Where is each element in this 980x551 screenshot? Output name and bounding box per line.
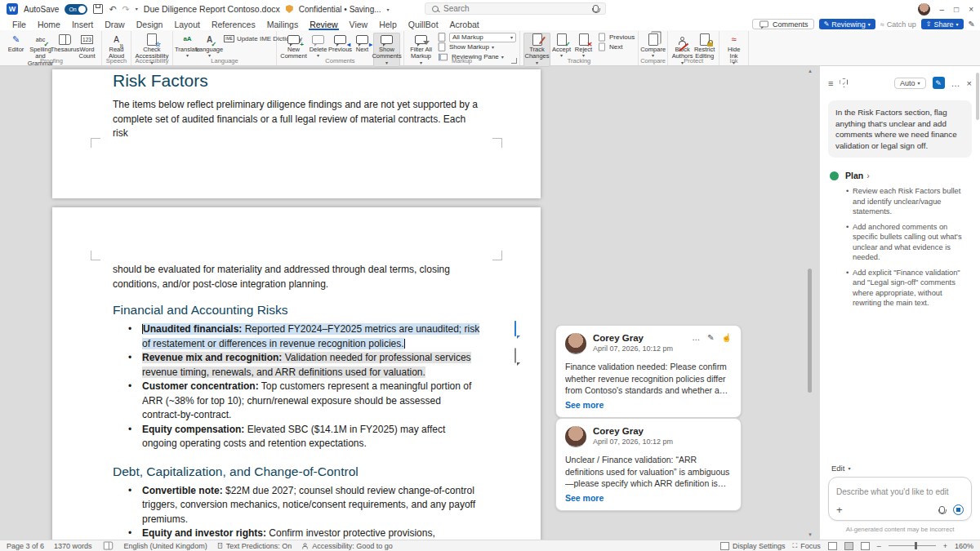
- delete-comment-button[interactable]: Delete▾: [307, 33, 329, 60]
- zoom-slider[interactable]: [889, 545, 936, 546]
- reject-button[interactable]: ✕Reject▾: [572, 33, 595, 60]
- see-more-link[interactable]: See more: [565, 400, 732, 410]
- group-accessibility: ☆Check Accessibility▾ Accessibility: [131, 31, 173, 65]
- display-settings-button[interactable]: Display Settings: [720, 542, 786, 550]
- view-print-layout-button[interactable]: [844, 542, 853, 550]
- zoom-in-button[interactable]: +: [943, 542, 947, 550]
- language-button[interactable]: A✓Language▾: [198, 33, 220, 60]
- copilot-input-box[interactable]: +: [828, 477, 972, 521]
- maximize-button[interactable]: □: [954, 5, 959, 14]
- undo-icon[interactable]: ↶: [109, 5, 116, 14]
- next-change-button[interactable]: Next: [597, 42, 635, 51]
- share-button[interactable]: ⇧Share▾: [921, 19, 964, 29]
- proofing-status-icon[interactable]: [103, 542, 112, 550]
- view-web-layout-button[interactable]: [861, 542, 870, 550]
- reviewing-button[interactable]: ✎Reviewing▾: [819, 19, 875, 29]
- document-page-1[interactable]: Risk Factors The items below reflect pre…: [52, 69, 541, 198]
- word-count-indicator[interactable]: 1370 words: [54, 542, 92, 550]
- previous-comment-button[interactable]: ◂Previous: [329, 33, 351, 54]
- document-title[interactable]: Due Diligence Report Contoso.docx: [144, 4, 280, 14]
- copilot-close-icon[interactable]: ×: [967, 78, 972, 88]
- tab-review[interactable]: Review: [304, 18, 343, 30]
- more-options-icon[interactable]: …: [692, 333, 700, 342]
- bullet-customer-concentration: Customer concentration: Top customers re…: [113, 380, 480, 423]
- zoom-level[interactable]: 160%: [955, 542, 973, 550]
- scroll-up-icon[interactable]: ▴: [805, 68, 815, 74]
- tab-quillbot[interactable]: QuillBot: [403, 18, 444, 30]
- comment-anchor-icon-selected[interactable]: [514, 322, 516, 336]
- minimize-button[interactable]: –: [940, 5, 945, 14]
- close-button[interactable]: ×: [969, 5, 973, 14]
- sensitivity-dropdown-icon[interactable]: ▾: [387, 7, 390, 12]
- like-comment-icon[interactable]: ☝: [722, 333, 732, 342]
- next-comment-icon: [356, 35, 368, 44]
- see-more-link[interactable]: See more: [565, 493, 732, 503]
- text-predictions-indicator[interactable]: TText Predictions: On: [217, 542, 292, 550]
- tab-draw[interactable]: Draw: [99, 18, 131, 30]
- comment-card-2[interactable]: Corey Gray April 07, 2026, 10:12 pm Uncl…: [555, 418, 742, 511]
- search-mic-icon[interactable]: [593, 5, 599, 12]
- comment-card-1[interactable]: Corey Gray April 07, 2026, 10:12 pm … ✎ …: [555, 325, 742, 418]
- tab-mailings[interactable]: Mailings: [261, 18, 305, 30]
- accessibility-indicator[interactable]: Accessibility: Good to go: [301, 542, 393, 550]
- tab-file[interactable]: File: [7, 18, 32, 30]
- tab-view[interactable]: View: [344, 18, 374, 30]
- tab-help[interactable]: Help: [373, 18, 403, 30]
- new-chat-icon[interactable]: ✎: [933, 77, 945, 89]
- chevron-right-icon: ›: [866, 171, 870, 180]
- tab-design[interactable]: Design: [131, 18, 169, 30]
- tab-acrobat[interactable]: Acrobat: [444, 18, 485, 30]
- catch-up-button[interactable]: ≈Catch up: [880, 20, 916, 29]
- save-icon[interactable]: [93, 4, 103, 14]
- copilot-prompt-input[interactable]: [836, 487, 964, 496]
- compare-button[interactable]: Compare▾: [642, 33, 664, 60]
- redo-icon[interactable]: ↷: [122, 5, 130, 14]
- read-aloud-icon: A: [114, 35, 119, 44]
- all-markup-select[interactable]: All Markup▾: [449, 33, 516, 42]
- previous-change-button[interactable]: Previous: [597, 33, 635, 42]
- focus-button[interactable]: ⛶Focus: [793, 542, 821, 550]
- comments-button[interactable]: Comments: [752, 19, 814, 29]
- bullet-equity-compensation: Equity compensation: Elevated SBC ($14.1…: [113, 423, 480, 451]
- accept-button[interactable]: ✓Accept▾: [550, 33, 572, 60]
- document-page-2[interactable]: should be evaluated for materiality and …: [52, 207, 541, 540]
- sensitivity-status[interactable]: Confidential • Saving...: [299, 5, 381, 14]
- comment-anchor-icon[interactable]: [514, 349, 516, 363]
- group-label: Ink: [719, 57, 748, 64]
- quick-access-dropdown-icon[interactable]: ▾: [136, 7, 138, 11]
- autosave-toggle[interactable]: On: [65, 4, 87, 15]
- language-indicator[interactable]: English (United Kingdom): [124, 542, 207, 550]
- search-box[interactable]: Search: [425, 2, 606, 15]
- copilot-more-icon[interactable]: …: [951, 78, 960, 88]
- scrollbar-thumb[interactable]: [808, 269, 812, 393]
- zoom-slider-thumb[interactable]: [915, 542, 917, 549]
- tab-home[interactable]: Home: [32, 18, 66, 30]
- show-markup-button[interactable]: Show Markup▾: [437, 42, 516, 51]
- tab-insert[interactable]: Insert: [66, 18, 99, 30]
- page-indicator[interactable]: Page 3 of 6: [7, 542, 44, 550]
- zoom-out-button[interactable]: –: [877, 542, 881, 550]
- document-scrollbar[interactable]: ▴ ▾: [805, 66, 815, 540]
- microphone-icon[interactable]: [939, 506, 945, 513]
- copilot-scrollbar-thumb[interactable]: [976, 73, 979, 120]
- group-markup: Filter All Markup▾ All Markup▾ Show Mark…: [404, 31, 520, 65]
- editor-pen-icon[interactable]: ✎: [969, 20, 975, 29]
- plan-title[interactable]: Plan›: [845, 171, 970, 180]
- user-avatar[interactable]: [918, 3, 930, 16]
- tab-layout[interactable]: Layout: [168, 18, 206, 30]
- tab-references[interactable]: References: [206, 18, 261, 30]
- add-attachment-icon[interactable]: +: [836, 504, 843, 515]
- comment-author-name: Corey Gray: [593, 333, 673, 343]
- chat-list-icon[interactable]: ≡: [828, 78, 833, 88]
- next-comment-button[interactable]: ▸Next: [351, 33, 373, 54]
- word-logo-icon[interactable]: W: [7, 3, 18, 15]
- show-markup-icon: [439, 42, 445, 51]
- edit-comment-icon[interactable]: ✎: [707, 333, 714, 342]
- editor-button[interactable]: ✎Editor: [5, 33, 27, 54]
- edit-mode-select[interactable]: Edit▾: [831, 464, 972, 473]
- stop-generating-icon[interactable]: [953, 504, 964, 515]
- auto-mode-select[interactable]: Auto▾: [894, 78, 926, 89]
- scroll-down-icon[interactable]: ▾: [805, 531, 815, 538]
- thesaurus-button[interactable]: Thesaurus: [54, 33, 76, 54]
- view-read-mode-button[interactable]: [828, 542, 837, 550]
